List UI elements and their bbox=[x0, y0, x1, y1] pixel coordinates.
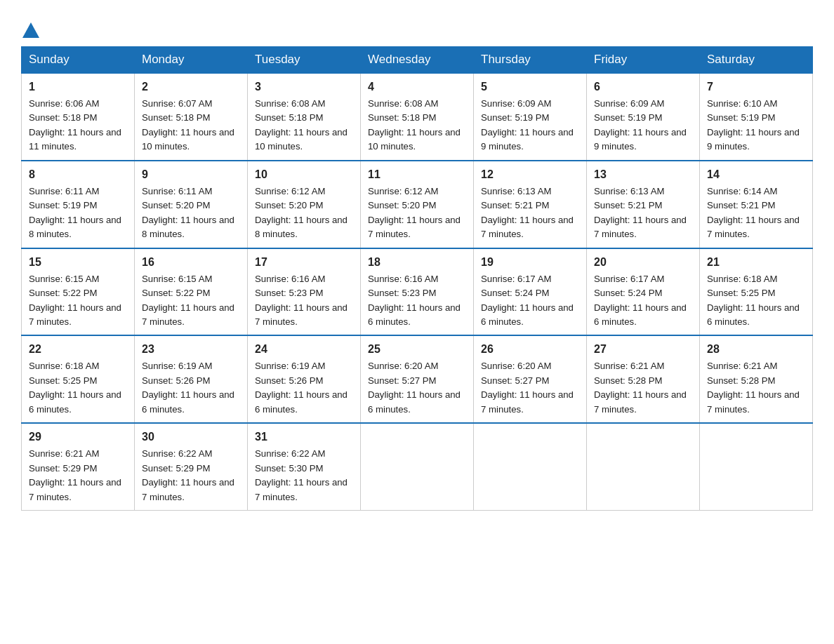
sunrise-label: Sunrise: 6:11 AM bbox=[29, 186, 99, 196]
day-cell-22: 22Sunrise: 6:18 AMSunset: 5:25 PMDayligh… bbox=[22, 335, 135, 423]
daylight-label: Daylight: 11 hours and 6 minutes. bbox=[142, 389, 234, 414]
daylight-label: Daylight: 11 hours and 7 minutes. bbox=[29, 477, 121, 502]
day-cell-12: 12Sunrise: 6:13 AMSunset: 5:21 PMDayligh… bbox=[474, 161, 587, 248]
sunrise-label: Sunrise: 6:11 AM bbox=[142, 186, 212, 196]
day-number: 29 bbox=[29, 429, 127, 445]
day-number: 8 bbox=[29, 166, 127, 183]
sunset-label: Sunset: 5:18 PM bbox=[29, 112, 98, 123]
day-info: Sunrise: 6:08 AMSunset: 5:18 PMDaylight:… bbox=[255, 97, 353, 154]
day-info: Sunrise: 6:22 AMSunset: 5:30 PMDaylight:… bbox=[255, 447, 353, 504]
sunrise-label: Sunrise: 6:18 AM bbox=[29, 361, 99, 371]
day-info: Sunrise: 6:19 AMSunset: 5:26 PMDaylight:… bbox=[255, 359, 353, 417]
day-cell-8: 8Sunrise: 6:11 AMSunset: 5:19 PMDaylight… bbox=[22, 161, 135, 248]
day-cell-25: 25Sunrise: 6:20 AMSunset: 5:27 PMDayligh… bbox=[361, 335, 474, 423]
sunset-label: Sunset: 5:24 PM bbox=[481, 288, 550, 298]
day-cell-13: 13Sunrise: 6:13 AMSunset: 5:21 PMDayligh… bbox=[587, 161, 700, 248]
day-info: Sunrise: 6:16 AMSunset: 5:23 PMDaylight:… bbox=[368, 272, 466, 330]
day-cell-31: 31Sunrise: 6:22 AMSunset: 5:30 PMDayligh… bbox=[248, 423, 361, 510]
sunrise-label: Sunrise: 6:19 AM bbox=[142, 361, 212, 371]
day-number: 28 bbox=[707, 341, 805, 358]
day-cell-29: 29Sunrise: 6:21 AMSunset: 5:29 PMDayligh… bbox=[22, 423, 135, 510]
day-number: 15 bbox=[29, 254, 127, 271]
day-cell-16: 16Sunrise: 6:15 AMSunset: 5:22 PMDayligh… bbox=[135, 248, 248, 336]
sunrise-label: Sunrise: 6:17 AM bbox=[481, 274, 551, 284]
weekday-header-sunday: Sunday bbox=[22, 47, 135, 74]
day-info: Sunrise: 6:20 AMSunset: 5:27 PMDaylight:… bbox=[368, 359, 466, 417]
day-info: Sunrise: 6:13 AMSunset: 5:21 PMDaylight:… bbox=[481, 185, 579, 242]
week-row-5: 29Sunrise: 6:21 AMSunset: 5:29 PMDayligh… bbox=[22, 423, 813, 510]
day-cell-26: 26Sunrise: 6:20 AMSunset: 5:27 PMDayligh… bbox=[474, 335, 587, 423]
day-number: 3 bbox=[255, 79, 353, 95]
sunset-label: Sunset: 5:18 PM bbox=[255, 112, 324, 123]
logo bbox=[21, 21, 59, 34]
day-number: 6 bbox=[594, 79, 692, 95]
day-cell-10: 10Sunrise: 6:12 AMSunset: 5:20 PMDayligh… bbox=[248, 161, 361, 248]
day-number: 19 bbox=[481, 254, 579, 271]
day-cell-27: 27Sunrise: 6:21 AMSunset: 5:28 PMDayligh… bbox=[587, 335, 700, 423]
daylight-label: Daylight: 11 hours and 6 minutes. bbox=[481, 302, 574, 327]
daylight-label: Daylight: 11 hours and 6 minutes. bbox=[707, 302, 800, 327]
sunset-label: Sunset: 5:19 PM bbox=[707, 112, 776, 123]
daylight-label: Daylight: 11 hours and 6 minutes. bbox=[29, 389, 121, 414]
day-cell-3: 3Sunrise: 6:08 AMSunset: 5:18 PMDaylight… bbox=[248, 73, 361, 161]
day-info: Sunrise: 6:08 AMSunset: 5:18 PMDaylight:… bbox=[368, 97, 466, 154]
daylight-label: Daylight: 11 hours and 9 minutes. bbox=[594, 127, 687, 152]
week-row-3: 15Sunrise: 6:15 AMSunset: 5:22 PMDayligh… bbox=[22, 248, 813, 336]
day-number: 24 bbox=[255, 341, 353, 358]
day-number: 14 bbox=[707, 166, 805, 183]
day-info: Sunrise: 6:21 AMSunset: 5:28 PMDaylight:… bbox=[707, 359, 805, 417]
sunrise-label: Sunrise: 6:10 AM bbox=[707, 98, 777, 109]
sunset-label: Sunset: 5:23 PM bbox=[368, 288, 437, 298]
sunrise-label: Sunrise: 6:15 AM bbox=[29, 274, 99, 284]
day-number: 4 bbox=[368, 79, 466, 95]
daylight-label: Daylight: 11 hours and 8 minutes. bbox=[29, 215, 121, 239]
week-row-4: 22Sunrise: 6:18 AMSunset: 5:25 PMDayligh… bbox=[22, 335, 813, 423]
sunset-label: Sunset: 5:29 PM bbox=[29, 463, 98, 474]
empty-cell bbox=[700, 423, 813, 510]
daylight-label: Daylight: 11 hours and 7 minutes. bbox=[255, 302, 348, 327]
day-number: 27 bbox=[594, 341, 692, 358]
sunset-label: Sunset: 5:26 PM bbox=[142, 375, 211, 386]
daylight-label: Daylight: 11 hours and 7 minutes. bbox=[594, 389, 687, 414]
header bbox=[21, 21, 813, 34]
daylight-label: Daylight: 11 hours and 7 minutes. bbox=[707, 389, 800, 414]
sunrise-label: Sunrise: 6:22 AM bbox=[142, 448, 212, 459]
sunset-label: Sunset: 5:28 PM bbox=[707, 375, 776, 386]
week-row-1: 1Sunrise: 6:06 AMSunset: 5:18 PMDaylight… bbox=[22, 73, 813, 161]
sunrise-label: Sunrise: 6:08 AM bbox=[255, 98, 325, 109]
sunrise-label: Sunrise: 6:17 AM bbox=[594, 274, 664, 284]
day-cell-5: 5Sunrise: 6:09 AMSunset: 5:19 PMDaylight… bbox=[474, 73, 587, 161]
weekday-header-wednesday: Wednesday bbox=[361, 47, 474, 74]
day-info: Sunrise: 6:10 AMSunset: 5:19 PMDaylight:… bbox=[707, 97, 805, 154]
day-info: Sunrise: 6:11 AMSunset: 5:19 PMDaylight:… bbox=[29, 185, 127, 242]
sunrise-label: Sunrise: 6:07 AM bbox=[142, 98, 212, 109]
day-info: Sunrise: 6:16 AMSunset: 5:23 PMDaylight:… bbox=[255, 272, 353, 330]
day-number: 16 bbox=[142, 254, 240, 271]
sunrise-label: Sunrise: 6:21 AM bbox=[29, 448, 99, 459]
day-cell-9: 9Sunrise: 6:11 AMSunset: 5:20 PMDaylight… bbox=[135, 161, 248, 248]
daylight-label: Daylight: 11 hours and 7 minutes. bbox=[142, 302, 234, 327]
day-cell-7: 7Sunrise: 6:10 AMSunset: 5:19 PMDaylight… bbox=[700, 73, 813, 161]
daylight-label: Daylight: 11 hours and 7 minutes. bbox=[707, 215, 800, 239]
daylight-label: Daylight: 11 hours and 7 minutes. bbox=[255, 477, 348, 502]
day-number: 23 bbox=[142, 341, 240, 358]
day-number: 5 bbox=[481, 79, 579, 95]
weekday-header-saturday: Saturday bbox=[700, 47, 813, 74]
day-number: 22 bbox=[29, 341, 127, 358]
day-cell-20: 20Sunrise: 6:17 AMSunset: 5:24 PMDayligh… bbox=[587, 248, 700, 336]
daylight-label: Daylight: 11 hours and 9 minutes. bbox=[481, 127, 574, 152]
sunrise-label: Sunrise: 6:22 AM bbox=[255, 448, 325, 459]
sunrise-label: Sunrise: 6:16 AM bbox=[368, 274, 438, 284]
day-info: Sunrise: 6:11 AMSunset: 5:20 PMDaylight:… bbox=[142, 185, 240, 242]
sunset-label: Sunset: 5:30 PM bbox=[255, 463, 324, 474]
weekday-header-tuesday: Tuesday bbox=[248, 47, 361, 74]
sunrise-label: Sunrise: 6:09 AM bbox=[481, 98, 551, 109]
daylight-label: Daylight: 11 hours and 7 minutes. bbox=[594, 215, 687, 239]
day-info: Sunrise: 6:14 AMSunset: 5:21 PMDaylight:… bbox=[707, 185, 805, 242]
weekday-header-monday: Monday bbox=[135, 47, 248, 74]
day-info: Sunrise: 6:13 AMSunset: 5:21 PMDaylight:… bbox=[594, 185, 692, 242]
daylight-label: Daylight: 11 hours and 10 minutes. bbox=[142, 127, 234, 152]
sunset-label: Sunset: 5:22 PM bbox=[142, 288, 211, 298]
sunrise-label: Sunrise: 6:19 AM bbox=[255, 361, 325, 371]
day-number: 12 bbox=[481, 166, 579, 183]
